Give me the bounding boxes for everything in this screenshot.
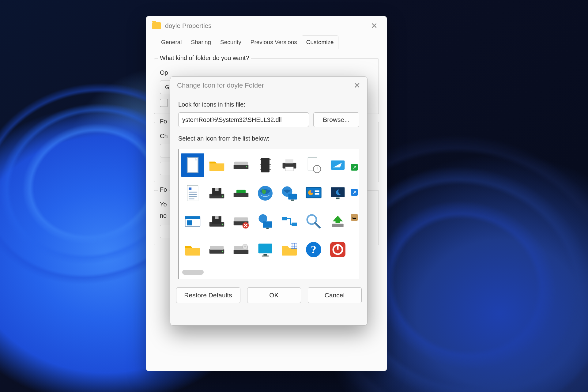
svg-point-70 (244, 246, 246, 247)
svg-rect-58 (266, 228, 268, 229)
cancel-button[interactable]: Cancel (308, 287, 362, 303)
document-clock-icon[interactable] (302, 153, 325, 177)
svg-rect-65 (210, 246, 224, 250)
change-icon-title: Change Icon for doyle Folder (177, 81, 264, 89)
text-document-icon[interactable] (181, 182, 204, 205)
shortcut-arrow-icon: ↗ (351, 189, 358, 196)
drive-error-icon[interactable] (229, 210, 253, 233)
search-magnifier-icon[interactable] (302, 210, 325, 233)
close-icon[interactable]: ✕ (368, 20, 381, 32)
run-shortcut-icon[interactable] (326, 153, 349, 177)
svg-point-4 (246, 166, 247, 168)
svg-rect-67 (233, 250, 248, 254)
drive-icon[interactable] (205, 238, 228, 261)
svg-point-52 (222, 224, 223, 225)
tab-previous-versions[interactable]: Previous Versions (246, 36, 302, 49)
svg-rect-47 (185, 216, 200, 219)
svg-rect-39 (291, 200, 294, 201)
svg-rect-73 (262, 256, 268, 257)
blank-document-icon[interactable] (181, 153, 204, 177)
change-icon-button-row: Restore Defaults OK Cancel (170, 279, 367, 303)
svg-rect-17 (285, 159, 293, 163)
svg-rect-45 (336, 198, 339, 199)
folder-grid-icon[interactable] (278, 238, 301, 261)
svg-rect-60 (292, 223, 297, 226)
look-for-icons-label: Look for icons in this file: (178, 101, 359, 108)
restore-defaults-button[interactable]: Restore Defaults (176, 287, 240, 303)
icon-list-box[interactable]: ? ↗ ↗ ▭ (178, 149, 359, 279)
chip-icon[interactable] (254, 153, 277, 177)
svg-text:?: ? (311, 243, 316, 256)
optical-drive-icon[interactable] (229, 238, 253, 261)
globe-icon[interactable] (254, 182, 277, 205)
svg-rect-32 (215, 188, 218, 191)
group-folder-icons-legend: Fo (158, 186, 169, 193)
svg-rect-63 (332, 224, 343, 227)
apply-subfolders-checkbox[interactable] (160, 99, 168, 107)
program-window-icon[interactable] (181, 210, 204, 233)
svg-rect-54 (234, 217, 248, 221)
svg-rect-18 (285, 167, 293, 171)
hard-drive-icon[interactable] (229, 153, 253, 177)
properties-tabs: General Sharing Security Previous Versio… (151, 35, 382, 49)
optimize-label: Op (160, 69, 373, 76)
ok-button[interactable]: OK (247, 287, 301, 303)
printer-icon[interactable] (278, 153, 301, 177)
box-icon: ▭ (351, 214, 358, 221)
svg-rect-38 (288, 194, 297, 200)
tab-sharing[interactable]: Sharing (187, 36, 216, 49)
monitor-night-icon[interactable] (326, 182, 349, 205)
browse-button[interactable]: Browse... (313, 112, 359, 127)
svg-rect-51 (215, 216, 218, 219)
horizontal-scrollbar[interactable] (182, 270, 204, 275)
icon-side-column: ↗ ↗ ▭ (350, 151, 358, 264)
svg-rect-3 (234, 162, 248, 165)
icon-file-path-input[interactable] (178, 112, 309, 127)
svg-rect-74 (291, 243, 297, 248)
floppy-drive-2-icon[interactable] (205, 210, 228, 233)
tab-general[interactable]: General (156, 36, 187, 49)
removable-drive-icon[interactable] (229, 182, 253, 205)
svg-rect-48 (187, 220, 192, 225)
close-icon[interactable]: ✕ (354, 81, 360, 90)
network-globe-icon[interactable] (278, 182, 301, 205)
svg-line-62 (315, 223, 320, 228)
svg-rect-72 (263, 254, 267, 256)
network-connection-icon[interactable] (278, 210, 301, 233)
svg-rect-43 (315, 193, 319, 195)
properties-title: doyle Properties (165, 22, 212, 29)
svg-rect-35 (236, 190, 246, 193)
folder-icon (152, 22, 161, 29)
floppy-drive-icon[interactable] (205, 182, 228, 205)
svg-point-33 (222, 195, 223, 197)
svg-rect-25 (188, 187, 191, 190)
folder-icon[interactable] (205, 153, 228, 177)
group-folder-type-legend: What kind of folder do you want? (158, 55, 251, 62)
svg-rect-42 (315, 190, 319, 192)
power-off-icon[interactable] (326, 238, 349, 261)
svg-rect-5 (261, 158, 270, 172)
svg-rect-57 (263, 221, 272, 228)
change-icon-titlebar[interactable]: Change Icon for doyle Folder ✕ (170, 77, 367, 94)
svg-rect-34 (233, 193, 248, 197)
network-monitor-icon[interactable] (254, 210, 277, 233)
svg-rect-59 (282, 217, 287, 220)
svg-point-66 (222, 251, 223, 252)
monitor-icon[interactable] (254, 238, 277, 261)
icon-grid: ? (180, 151, 350, 264)
svg-rect-71 (258, 243, 272, 253)
share-arrow-icon: ↗ (351, 164, 358, 171)
help-question-icon[interactable]: ? (302, 238, 325, 261)
properties-titlebar[interactable]: doyle Properties ✕ (146, 16, 387, 35)
tab-customize[interactable]: Customize (302, 36, 338, 49)
control-panel-icon[interactable] (302, 182, 325, 205)
tab-security[interactable]: Security (216, 36, 246, 49)
folder-2-icon[interactable] (181, 238, 204, 261)
select-icon-label: Select an icon from the list below: (178, 135, 359, 142)
change-icon-body: Look for icons in this file: Browse... S… (170, 94, 367, 146)
change-icon-dialog: Change Icon for doyle Folder ✕ Look for … (170, 76, 368, 326)
eject-green-icon[interactable] (326, 210, 349, 233)
group-folder-pictures-legend: Fo (158, 118, 169, 125)
